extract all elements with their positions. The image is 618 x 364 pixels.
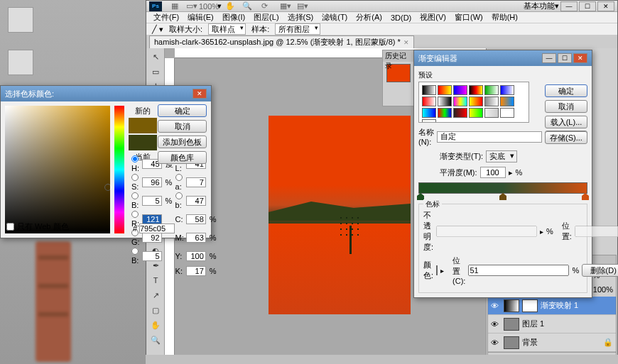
bridge-icon[interactable]: ▦ [168,1,182,11]
layer-row[interactable]: 👁背景🔒 [488,333,616,352]
layer-name[interactable]: 图层 1 [522,319,544,329]
close-icon[interactable]: ✕ [193,89,207,99]
gradient-type-dd[interactable]: 实底▾ [486,150,517,162]
zoom-tool[interactable]: 🔍 [148,333,163,347]
visibility-icon[interactable]: 👁 [491,320,501,329]
save-button[interactable]: 存储(S)... [545,131,587,144]
s-input[interactable] [142,177,162,187]
cancel-button[interactable]: 取消 [158,120,207,133]
b-input[interactable] [142,196,162,206]
close-button[interactable]: ✕ [597,1,614,11]
history-panel[interactable]: 历史记录 [382,50,415,106]
gradient-preset[interactable] [453,96,467,106]
menu-3d[interactable]: 3D(D) [386,13,416,22]
menu-select[interactable]: 选择(S) [283,12,318,23]
color-stop[interactable] [582,193,589,200]
sample-dd[interactable]: 所有图层 [275,23,320,35]
h-radio[interactable]: H: [131,155,140,172]
gradient-preset[interactable] [500,108,514,118]
layer-thumb[interactable] [504,336,519,349]
gradient-preset[interactable] [500,96,514,106]
rotate-icon[interactable]: ⟳ [257,1,271,11]
shape-tool[interactable]: ▢ [148,303,163,317]
delete-stop-button[interactable]: 删除(D) [582,264,618,277]
zoom-icon[interactable]: 🔍 [240,1,254,11]
marquee-tool[interactable]: ▭ [148,65,163,79]
g-input[interactable] [142,233,162,243]
zoom-dd[interactable]: 100% [202,1,216,11]
gradient-preset[interactable] [422,119,436,123]
menu-filter[interactable]: 滤镜(T) [318,12,352,23]
gradient-preset[interactable] [422,96,436,106]
add-swatch-button[interactable]: 添加到色板 [158,136,207,148]
color-libraries-button[interactable]: 颜色库 [158,151,207,164]
color-stop[interactable] [499,193,506,200]
m-input[interactable] [186,233,206,243]
document-tab[interactable]: hamish-clark-365162-unsplash.jpg @ 12.5%… [149,35,414,48]
path-tool[interactable]: ↗ [148,288,163,302]
k-input[interactable] [186,266,206,276]
gradient-preset[interactable] [469,85,483,95]
load-button[interactable]: 载入(L)... [545,116,587,128]
layer-row[interactable]: 👁渐变映射 1 [488,297,616,315]
ok-button[interactable]: 确定 [158,104,207,117]
document-canvas[interactable] [269,116,411,314]
minimize-icon[interactable]: — [542,53,556,63]
layer-thumb[interactable] [504,299,519,312]
move-tool[interactable]: ↖ [148,50,163,64]
eyedropper-icon[interactable]: ╱ ▾ [152,25,163,34]
menu-layer[interactable]: 图层(L) [249,12,283,23]
gradient-preset[interactable] [469,96,483,106]
gradient-preset[interactable] [484,108,499,118]
y-input[interactable] [186,251,206,261]
sample-size-dd[interactable]: 取样点 [208,23,246,35]
maximize-icon[interactable]: ☐ [558,53,572,63]
gradient-preset[interactable] [469,108,483,118]
extras-icon[interactable]: ▤▾ [296,1,310,11]
current-color-swatch[interactable] [129,135,157,150]
gradient-presets[interactable] [418,82,529,123]
desktop-icon[interactable] [3,50,38,77]
gradient-preset[interactable] [438,85,452,95]
gradient-preset[interactable] [438,108,452,118]
bl-input[interactable] [142,251,162,261]
menu-file[interactable]: 文件(F) [149,12,183,23]
b-radio[interactable]: B: [131,192,140,209]
gradient-preset[interactable] [484,85,499,95]
smooth-input[interactable] [480,167,506,178]
lab-b-radio[interactable]: b: [175,192,184,209]
stop-pos2-input[interactable] [468,265,569,276]
lab-b-input[interactable] [186,196,206,206]
layer-name[interactable]: 渐变映射 1 [541,300,578,311]
s-radio[interactable]: S: [131,174,140,191]
layer-thumb[interactable] [504,318,519,331]
a-radio[interactable]: a: [175,174,184,191]
stop-color-swatch[interactable] [436,265,438,275]
close-icon[interactable]: ✕ [573,53,587,63]
gradient-preset[interactable] [500,85,514,95]
hex-input[interactable] [139,224,175,233]
cancel-button[interactable]: 取消 [545,100,587,113]
color-picker-title[interactable]: 选择色标颜色: ✕ [1,86,211,101]
hue-slider[interactable] [114,106,124,233]
gradient-preset[interactable] [422,108,436,118]
maximize-button[interactable]: ☐ [579,1,596,11]
web-only-checkbox[interactable] [6,223,14,231]
color-cursor[interactable] [104,184,112,191]
screen-mode-icon[interactable]: ▭▾ [185,1,199,11]
menu-view[interactable]: 视图(V) [416,12,450,23]
gradient-preset[interactable] [453,108,467,118]
gradient-preset[interactable] [484,96,499,106]
gradient-ramp[interactable] [418,182,587,194]
mask-thumb[interactable] [522,299,538,312]
minimize-button[interactable]: — [560,1,578,11]
menu-help[interactable]: 帮助(H) [487,12,522,23]
fill-value[interactable]: 100% [593,285,613,294]
r-input[interactable] [142,214,162,224]
menu-image[interactable]: 图像(I) [218,12,249,23]
hand-icon[interactable]: ✋ [223,1,237,11]
menu-edit[interactable]: 编辑(E) [183,12,218,23]
layer-name[interactable]: 背景 [522,337,538,348]
taskbar[interactable] [146,355,618,364]
c-input[interactable] [186,214,206,224]
